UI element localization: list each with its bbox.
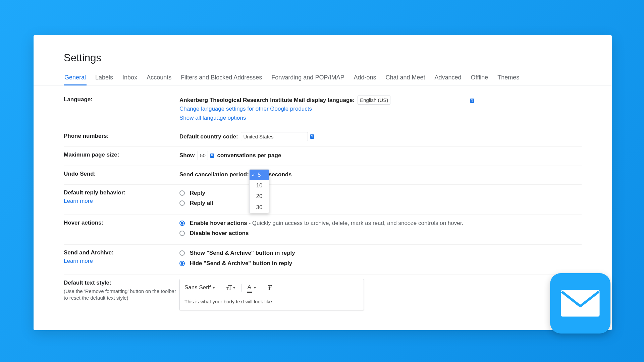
- label-send-archive: Send and Archive:: [64, 249, 114, 256]
- radio-icon: [179, 231, 185, 236]
- label-hover-actions: Hover actions:: [64, 219, 179, 227]
- radio-icon: [179, 250, 185, 256]
- tab-addons[interactable]: Add-ons: [353, 71, 377, 85]
- undo-option-30[interactable]: 30: [250, 202, 269, 213]
- hover-option-disable[interactable]: Disable hover actions: [179, 229, 582, 238]
- page-size-prefix: Show: [179, 152, 195, 159]
- text-style-editor: Sans Serif ▼ TT ▼ A ▼: [179, 279, 364, 310]
- text-color-icon: A: [247, 283, 252, 293]
- tab-accounts[interactable]: Accounts: [146, 71, 172, 85]
- tab-inbox[interactable]: Inbox: [122, 71, 138, 85]
- language-select[interactable]: English (US): [358, 96, 390, 105]
- envelope-icon: [560, 288, 600, 318]
- settings-window: Settings General Labels Inbox Accounts F…: [34, 35, 612, 330]
- label-reply-behavior: Default reply behavior:: [64, 189, 125, 196]
- country-code-select[interactable]: United States ⇅: [241, 132, 314, 141]
- tab-general[interactable]: General: [64, 71, 87, 85]
- remove-formatting-button[interactable]: T: [268, 283, 271, 293]
- label-language: Language:: [64, 96, 179, 104]
- hover-option-enable[interactable]: Enable hover actions - Quickly gain acce…: [179, 219, 582, 228]
- send-archive-learn-more-link[interactable]: Learn more: [64, 258, 93, 264]
- text-size-icon: TT: [226, 283, 231, 293]
- radio-icon: [179, 200, 185, 206]
- show-all-languages-link[interactable]: Show all language options: [179, 115, 246, 121]
- mail-app-badge: [550, 273, 610, 334]
- remove-format-icon: T: [268, 283, 271, 293]
- row-page-size: Maximum page size: Show 50 ⇅ conversatio…: [64, 147, 582, 166]
- row-phone: Phone numbers: Default country code: Uni…: [64, 128, 582, 147]
- label-page-size: Maximum page size:: [64, 151, 179, 159]
- radio-icon: [179, 261, 185, 266]
- page-size-suffix: conversations per page: [217, 152, 281, 159]
- undo-send-dropdown: 5 10 20 30: [249, 169, 269, 213]
- tab-labels[interactable]: Labels: [95, 71, 114, 85]
- label-undo-send: Undo Send:: [64, 170, 179, 178]
- language-select-arrow-icon[interactable]: ⇅: [470, 99, 474, 103]
- separator: [241, 284, 241, 292]
- settings-tabs: General Labels Inbox Accounts Filters an…: [34, 71, 612, 85]
- settings-content: Language: Ankerberg Theological Research…: [34, 85, 612, 316]
- radio-icon: [179, 221, 185, 226]
- undo-option-10[interactable]: 10: [250, 180, 269, 191]
- reply-option-reply[interactable]: Reply: [179, 189, 582, 197]
- text-style-preview: This is what your body text will look li…: [184, 298, 359, 305]
- row-undo-send: Undo Send: Send cancellation period: 5 ⇅…: [64, 166, 582, 185]
- country-code-arrow-icon: ⇅: [310, 134, 314, 139]
- row-reply-behavior: Default reply behavior: Learn more Reply…: [64, 185, 582, 215]
- page-size-value: 50: [198, 151, 208, 160]
- tab-forwarding[interactable]: Forwarding and POP/IMAP: [271, 71, 345, 85]
- tab-themes[interactable]: Themes: [497, 71, 520, 85]
- row-hover-actions: Hover actions: Enable hover actions - Qu…: [64, 215, 582, 245]
- country-code-value: United States: [241, 132, 308, 141]
- display-language-label: Ankerberg Theological Research Institute…: [179, 97, 355, 103]
- tab-advanced[interactable]: Advanced: [434, 71, 462, 85]
- language-select-value: English (US): [358, 96, 390, 105]
- label-text-style: Default text style:: [64, 280, 111, 286]
- country-code-label: Default country code:: [179, 133, 238, 140]
- text-style-toolbar: Sans Serif ▼ TT ▼ A ▼: [184, 283, 359, 293]
- label-phone: Phone numbers:: [64, 132, 179, 140]
- text-color-select[interactable]: A ▼: [247, 283, 257, 293]
- send-archive-option-show[interactable]: Show "Send & Archive" button in reply: [179, 249, 582, 257]
- undo-option-20[interactable]: 20: [250, 191, 269, 202]
- send-archive-option-hide[interactable]: Hide "Send & Archive" button in reply: [179, 259, 582, 268]
- tab-chat[interactable]: Chat and Meet: [385, 71, 426, 85]
- undo-send-suffix: seconds: [269, 171, 292, 178]
- undo-option-5[interactable]: 5: [250, 170, 269, 180]
- tab-filters[interactable]: Filters and Blocked Addresses: [180, 71, 263, 85]
- label-text-style-sub: (Use the 'Remove formatting' button on t…: [64, 288, 179, 302]
- reply-option-reply-all[interactable]: Reply all: [179, 199, 582, 207]
- page-title: Settings: [34, 52, 612, 71]
- caret-down-icon: ▼: [212, 285, 215, 291]
- page-size-arrow-icon: ⇅: [210, 154, 214, 158]
- caret-down-icon: ▼: [253, 285, 257, 291]
- page-size-select[interactable]: 50 ⇅: [198, 151, 214, 160]
- caret-down-icon: ▼: [232, 285, 236, 291]
- separator: [221, 284, 221, 292]
- row-send-archive: Send and Archive: Learn more Show "Send …: [64, 245, 582, 275]
- separator: [262, 284, 262, 292]
- font-size-select[interactable]: TT ▼: [226, 283, 235, 293]
- row-text-style: Default text style: (Use the 'Remove for…: [64, 275, 582, 316]
- undo-send-prefix: Send cancellation period:: [179, 171, 249, 178]
- tab-offline[interactable]: Offline: [470, 71, 489, 85]
- reply-learn-more-link[interactable]: Learn more: [64, 198, 93, 204]
- change-language-link[interactable]: Change language settings for other Googl…: [179, 106, 312, 112]
- font-family-select[interactable]: Sans Serif ▼: [184, 283, 215, 292]
- row-language: Language: Ankerberg Theological Research…: [64, 92, 582, 128]
- radio-icon: [179, 190, 185, 196]
